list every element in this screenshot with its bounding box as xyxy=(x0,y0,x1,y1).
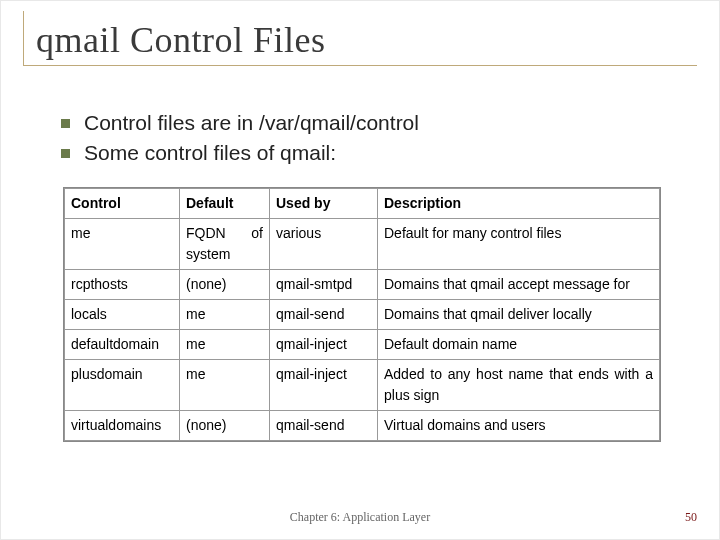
table-row: rcpthosts (none) qmail-smtpd Domains tha… xyxy=(65,270,660,300)
bullet-icon xyxy=(61,149,70,158)
cell-usedby: qmail-inject xyxy=(270,330,378,360)
cell-usedby: qmail-send xyxy=(270,411,378,441)
control-files-table: Control Default Used by Description me F… xyxy=(63,187,661,442)
cell-usedby: various xyxy=(270,219,378,270)
cell-default: (none) xyxy=(180,411,270,441)
cell-description: Domains that qmail accept message for xyxy=(378,270,660,300)
footer-chapter: Chapter 6: Application Layer xyxy=(1,510,719,525)
bullet-text: Control files are in /var/qmail/control xyxy=(84,111,419,135)
cell-usedby: qmail-inject xyxy=(270,360,378,411)
cell-control: defaultdomain xyxy=(65,330,180,360)
cell-description: Domains that qmail deliver locally xyxy=(378,300,660,330)
table-row: plusdomain me qmail-inject Added to any … xyxy=(65,360,660,411)
cell-control: locals xyxy=(65,300,180,330)
table-row: locals me qmail-send Domains that qmail … xyxy=(65,300,660,330)
cell-description: Default for many control files xyxy=(378,219,660,270)
col-header-description: Description xyxy=(378,189,660,219)
table-header-row: Control Default Used by Description xyxy=(65,189,660,219)
cell-default: me xyxy=(180,330,270,360)
cell-usedby: qmail-send xyxy=(270,300,378,330)
title-rule: qmail Control Files xyxy=(23,11,697,66)
cell-description: Virtual domains and users xyxy=(378,411,660,441)
cell-control: virtualdomains xyxy=(65,411,180,441)
list-item: Some control files of qmail: xyxy=(61,141,679,165)
cell-description: Default domain name xyxy=(378,330,660,360)
cell-default: (none) xyxy=(180,270,270,300)
cell-description: Added to any host name that ends with a … xyxy=(378,360,660,411)
cell-usedby: qmail-smtpd xyxy=(270,270,378,300)
table-row: defaultdomain me qmail-inject Default do… xyxy=(65,330,660,360)
slide-title: qmail Control Files xyxy=(36,19,697,61)
footer-page-number: 50 xyxy=(685,510,697,525)
col-header-usedby: Used by xyxy=(270,189,378,219)
table-row: me FQDN of system various Default for ma… xyxy=(65,219,660,270)
bullet-icon xyxy=(61,119,70,128)
body-content: Control files are in /var/qmail/control … xyxy=(61,111,679,171)
cell-control: plusdomain xyxy=(65,360,180,411)
bullet-text: Some control files of qmail: xyxy=(84,141,336,165)
table-row: virtualdomains (none) qmail-send Virtual… xyxy=(65,411,660,441)
cell-default: FQDN of system xyxy=(180,219,270,270)
list-item: Control files are in /var/qmail/control xyxy=(61,111,679,135)
col-header-control: Control xyxy=(65,189,180,219)
slide: qmail Control Files Control files are in… xyxy=(0,0,720,540)
cell-control: me xyxy=(65,219,180,270)
cell-default: me xyxy=(180,360,270,411)
cell-default: me xyxy=(180,300,270,330)
col-header-default: Default xyxy=(180,189,270,219)
cell-control: rcpthosts xyxy=(65,270,180,300)
